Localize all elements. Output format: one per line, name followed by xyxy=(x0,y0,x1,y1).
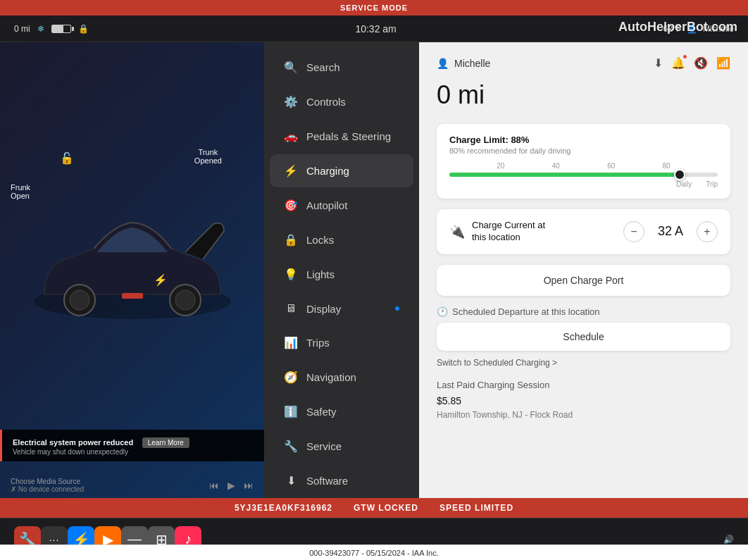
charge-limit-title: Charge Limit: 88% xyxy=(449,135,718,145)
charge-label-trip: Trip xyxy=(706,180,718,188)
nav-item-trips[interactable]: 📊 Trips xyxy=(270,326,413,359)
battery-icon xyxy=(51,25,71,33)
decrease-current-button[interactable]: − xyxy=(623,221,644,242)
nav-item-service[interactable]: 🔧 Service xyxy=(270,430,413,463)
charge-slider-fill xyxy=(449,173,685,177)
nav-label-charging: Charging xyxy=(306,165,349,177)
charge-current-control: − 32 A + xyxy=(623,221,718,242)
charge-label-daily: Daily xyxy=(676,180,692,188)
left-panel: Trunk Opened 🔓 Frunk Open xyxy=(0,42,264,518)
mute-icon[interactable]: 🔇 xyxy=(694,56,708,70)
volume-area[interactable]: 🔊 xyxy=(723,535,734,545)
nav-label-service: Service xyxy=(306,440,342,452)
nav-label-trips: Trips xyxy=(306,337,330,349)
last-session-price: $5.85 xyxy=(437,393,730,409)
snowflake-icon: ❄ xyxy=(37,24,44,34)
svg-text:⚡: ⚡ xyxy=(154,273,168,287)
nav-item-navigation[interactable]: 🧭 Navigation xyxy=(270,361,413,394)
svg-point-3 xyxy=(70,290,89,310)
display-icon: 🖥 xyxy=(284,302,298,315)
nav-item-lights[interactable]: 💡 Lights xyxy=(270,258,413,291)
right-panel: 👤 Michelle ⬇ 🔔 🔇 📶 0 mi Charge Limit: 88… xyxy=(419,42,748,518)
pedals-icon: 🚗 xyxy=(284,130,298,143)
charge-labels: Daily Trip xyxy=(449,180,718,188)
nav-item-charging[interactable]: ⚡ Charging xyxy=(270,154,413,187)
nav-item-safety[interactable]: ℹ️ Safety xyxy=(270,395,413,428)
car-image: ⚡ xyxy=(14,113,250,433)
nav-label-autopilot: Autopilot xyxy=(306,199,347,211)
scheduled-departure-section: 🕐 Scheduled Departure at this location S… xyxy=(437,306,730,368)
username-display: Michelle xyxy=(454,58,490,69)
next-track-button[interactable]: ⏭ xyxy=(244,480,254,491)
nav-label-display: Display xyxy=(306,303,341,315)
nav-label-search: Search xyxy=(306,61,340,73)
software-icon: ⬇ xyxy=(284,474,298,487)
bell-icon[interactable]: 🔔 xyxy=(671,56,685,70)
speed-status: SPEED LIMITED xyxy=(440,503,513,513)
display-notification-dot xyxy=(395,306,399,311)
nav-item-search[interactable]: 🔍 Search xyxy=(270,51,413,84)
increase-current-button[interactable]: + xyxy=(697,221,718,242)
vin-bar: 5YJ3E1EA0KF316962 GTW LOCKED SPEED LIMIT… xyxy=(0,498,748,518)
play-button[interactable]: ▶ xyxy=(227,480,235,491)
trips-icon: 📊 xyxy=(284,336,298,349)
alert-subtitle: Vehicle may shut down unexpectedly xyxy=(13,448,254,456)
user-avatar-icon: 👤 xyxy=(437,58,449,69)
scheduled-label: 🕐 Scheduled Departure at this location xyxy=(437,306,730,317)
volume-icon[interactable]: 🔊 xyxy=(723,535,734,545)
charge-limit-section: Charge Limit: 88% 80% recommended for da… xyxy=(437,124,730,199)
media-bar: Choose Media Source ✗ No device connecte… xyxy=(0,474,264,497)
media-device: ✗ No device connected xyxy=(11,485,84,493)
signal-icon: 📶 xyxy=(716,56,730,70)
clock-icon: 🕐 xyxy=(437,306,448,317)
charge-plug-icon: 🔌 xyxy=(449,224,465,239)
media-source: Choose Media Source xyxy=(11,478,84,485)
nav-label-lights: Lights xyxy=(306,268,335,280)
controls-icon: ⚙️ xyxy=(284,95,298,108)
watermark: AutoHelperBot.com xyxy=(618,20,737,35)
current-value: 32 A xyxy=(653,224,688,239)
footer-info: 000-39423077 - 05/15/2024 - IAA Inc. xyxy=(0,545,748,560)
nav-label-pedals: Pedals & Steering xyxy=(306,130,391,142)
scale-40: 40 xyxy=(552,162,560,170)
media-info: Choose Media Source ✗ No device connecte… xyxy=(11,478,84,493)
header-icons: ⬇ 🔔 🔇 📶 xyxy=(654,56,730,70)
nav-item-autopilot[interactable]: 🎯 Autopilot xyxy=(270,189,413,222)
charge-slider-thumb[interactable] xyxy=(674,169,685,180)
charge-limit-subtitle: 80% recommended for daily driving xyxy=(449,147,718,155)
nav-label-controls: Controls xyxy=(306,96,346,108)
nav-item-controls[interactable]: ⚙️ Controls xyxy=(270,85,413,118)
user-info: 👤 Michelle xyxy=(437,58,490,69)
download-icon[interactable]: ⬇ xyxy=(654,56,663,70)
svg-rect-1 xyxy=(122,293,143,299)
nav-item-display[interactable]: 🖥 Display xyxy=(270,292,413,325)
switch-charging-link[interactable]: Switch to Scheduled Charging > xyxy=(437,358,730,368)
charge-slider-track[interactable] xyxy=(449,173,718,177)
nav-label-software: Software xyxy=(306,475,348,487)
media-controls[interactable]: ⏮ ▶ ⏭ xyxy=(209,480,254,491)
scale-20: 20 xyxy=(497,162,504,170)
nav-item-locks[interactable]: 🔒 Locks xyxy=(270,223,413,256)
odometer-status: 0 mi xyxy=(14,24,30,34)
footer-text: 000-39423077 - 05/15/2024 - IAA Inc. xyxy=(309,549,438,557)
open-charge-port-button[interactable]: Open Charge Port xyxy=(437,265,730,296)
safety-icon: ℹ️ xyxy=(284,405,298,418)
status-bar-left: 0 mi ❄ 🔒 xyxy=(14,24,89,34)
nav-item-software[interactable]: ⬇ Software xyxy=(270,464,413,497)
odometer-display: 0 mi xyxy=(437,80,730,110)
svg-point-5 xyxy=(175,290,195,310)
prev-track-button[interactable]: ⏮ xyxy=(209,480,219,491)
learn-more-button[interactable]: Learn More xyxy=(142,437,189,448)
scale-60: 60 xyxy=(607,162,615,170)
lights-icon: 💡 xyxy=(284,268,298,281)
nav-label-safety: Safety xyxy=(306,406,337,418)
gtw-status: GTW LOCKED xyxy=(354,503,418,513)
schedule-button[interactable]: Schedule xyxy=(437,323,730,351)
navigation-icon: 🧭 xyxy=(284,371,298,384)
last-session-section: Last Paid Charging Session $5.85 Hamilto… xyxy=(437,378,730,422)
nav-item-pedals[interactable]: 🚗 Pedals & Steering xyxy=(270,120,413,153)
scale-80: 80 xyxy=(663,162,671,170)
service-icon: 🔧 xyxy=(284,440,298,453)
vin-number: 5YJ3E1EA0KF316962 xyxy=(235,503,332,513)
nav-panel: 🔍 Search ⚙️ Controls 🚗 Pedals & Steering… xyxy=(264,42,419,518)
